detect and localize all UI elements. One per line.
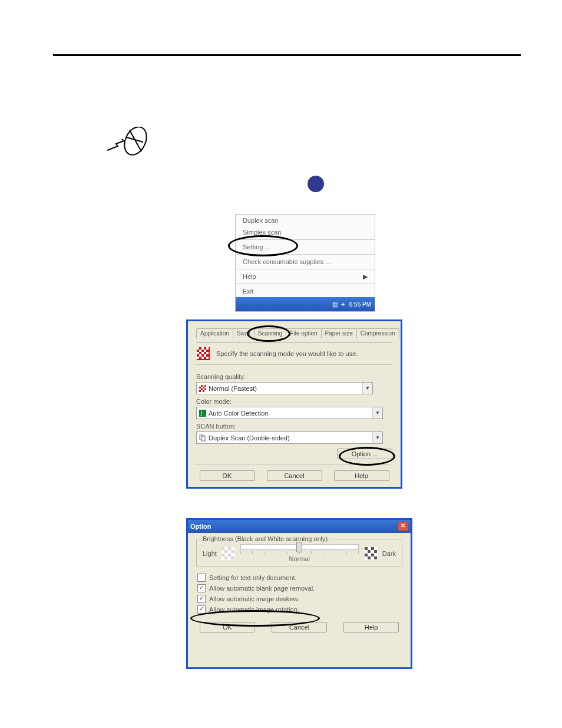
scan-button-select[interactable]: Duplex Scan (Double-sided) ▼ — [196, 431, 383, 444]
menu-duplex-scan[interactable]: Duplex scan — [236, 215, 375, 226]
close-icon[interactable]: ✕ — [398, 522, 408, 531]
scanning-settings-dialog: Application Save Scanning File option Pa… — [186, 319, 402, 489]
svg-rect-32 — [228, 547, 231, 550]
svg-rect-9 — [197, 352, 199, 354]
help-button[interactable]: Help — [334, 470, 389, 481]
option-ok-button[interactable]: OK — [200, 622, 255, 633]
svg-rect-31 — [222, 547, 224, 550]
color-mode-label: Color mode: — [196, 398, 392, 405]
tab-file-option[interactable]: File option — [286, 328, 321, 338]
svg-rect-25 — [204, 390, 206, 392]
check-text-only[interactable]: Setting for text only document. — [196, 572, 402, 583]
scan-button-label: SCAN button: — [196, 423, 392, 430]
svg-rect-44 — [365, 554, 368, 556]
check-rotation[interactable]: ✓Allow automatic image rotation. — [196, 604, 402, 615]
svg-rect-13 — [204, 354, 206, 357]
svg-rect-23 — [203, 388, 204, 390]
color-mode-value: Auto Color Detection — [209, 410, 269, 417]
menu-help-label: Help — [243, 273, 256, 280]
menu-exit[interactable]: Exit — [236, 285, 375, 297]
check-blank-removal-label: Allow automatic blank page removal. — [209, 585, 315, 592]
svg-rect-19 — [203, 385, 204, 387]
ok-button[interactable]: OK — [200, 470, 255, 481]
light-swatch-icon — [222, 547, 234, 560]
svg-rect-12 — [199, 354, 201, 357]
svg-rect-36 — [228, 554, 231, 556]
svg-rect-35 — [222, 554, 224, 556]
svg-rect-29 — [201, 436, 205, 441]
svg-rect-37 — [224, 556, 227, 559]
brightness-group-title: Brightness (Black and White scanning onl… — [200, 535, 330, 542]
check-deskew-label: Allow automatic image deskew. — [209, 595, 299, 602]
cancel-button[interactable]: Cancel — [267, 470, 322, 481]
svg-text:I: I — [200, 410, 203, 417]
scanning-quality-value: Normal (Fastest) — [209, 385, 257, 392]
svg-point-0 — [120, 127, 151, 159]
svg-rect-10 — [201, 352, 204, 354]
svg-rect-34 — [231, 550, 234, 553]
duplex-icon — [199, 434, 206, 442]
svg-rect-45 — [371, 554, 374, 556]
svg-rect-40 — [365, 547, 368, 550]
menu-separator — [236, 269, 375, 269]
scan-button-value: Duplex Scan (Double-sided) — [209, 434, 290, 442]
svg-rect-8 — [204, 350, 206, 352]
svg-rect-46 — [368, 556, 371, 559]
tab-save[interactable]: Save — [233, 328, 254, 338]
submenu-arrow-icon: ▶ — [363, 273, 368, 281]
option-cancel-button[interactable]: Cancel — [272, 622, 327, 633]
menu-help[interactable]: Help ▶ — [236, 271, 375, 282]
dropdown-arrow-icon: ▼ — [372, 407, 382, 419]
check-rotation-label: Allow automatic image rotation. — [209, 606, 299, 613]
menu-check-consumables[interactable]: Check consumable supplies ... — [236, 256, 375, 268]
tabs-row: Application Save Scanning File option Pa… — [196, 328, 392, 338]
scanning-specify-label: Specify the scanning mode you would like… — [216, 350, 358, 357]
check-deskew[interactable]: ✓Allow automatic image deskew. — [196, 594, 402, 604]
svg-rect-33 — [224, 550, 227, 553]
menu-separator — [236, 254, 375, 255]
page-top-rule — [53, 54, 521, 56]
svg-rect-22 — [199, 388, 201, 390]
checkbox-icon: ✓ — [197, 605, 206, 614]
scanning-quality-select[interactable]: Normal (Fastest) ▼ — [196, 382, 373, 394]
brightness-slider[interactable]: Normal — [239, 544, 360, 562]
tab-compression[interactable]: Compression — [356, 328, 399, 338]
option-titlebar: Option ✕ — [188, 520, 411, 533]
dropdown-arrow-icon: ▼ — [362, 383, 372, 394]
brightness-dark-label: Dark — [382, 550, 396, 557]
brightness-slider-thumb[interactable] — [296, 542, 302, 552]
svg-rect-4 — [197, 347, 199, 350]
brightness-light-label: Light — [203, 550, 217, 557]
taskbar: ▧ ✦ 6:55 PM — [236, 297, 375, 311]
scanning-quality-label: Scanning quality: — [196, 373, 392, 380]
taskbar-clock: 6:55 PM — [349, 301, 371, 308]
scan-mode-icon — [196, 347, 210, 361]
svg-rect-7 — [199, 350, 201, 352]
menu-simplex-scan[interactable]: Simplex scan — [236, 226, 375, 238]
menu-separator — [236, 284, 375, 284]
bullet-dot — [308, 176, 324, 192]
svg-rect-5 — [201, 347, 204, 350]
check-blank-removal[interactable]: ✓Allow automatic blank page removal. — [196, 583, 402, 594]
tab-application[interactable]: Application — [196, 328, 233, 338]
svg-rect-6 — [206, 347, 209, 350]
tray-context-menu: Duplex scan Simplex scan Setting ... Che… — [235, 214, 375, 312]
svg-rect-15 — [201, 357, 204, 359]
tab-scanning[interactable]: Scanning — [254, 328, 287, 338]
svg-rect-20 — [201, 387, 203, 388]
option-title: Option — [190, 523, 211, 530]
menu-setting[interactable]: Setting ... — [236, 241, 375, 253]
check-text-only-label: Setting for text only document. — [209, 574, 297, 581]
option-help-button[interactable]: Help — [343, 622, 399, 633]
svg-rect-41 — [371, 547, 374, 550]
option-button[interactable]: Option ... — [337, 449, 392, 459]
brightness-center-label: Normal — [239, 555, 360, 562]
checkbox-icon: ✓ — [197, 595, 206, 603]
color-mode-select[interactable]: I Auto Color Detection ▼ — [196, 407, 383, 419]
option-dialog: Option ✕ Brightness (Black and White sca… — [186, 518, 412, 669]
dark-swatch-icon — [365, 547, 378, 560]
svg-rect-47 — [374, 556, 377, 559]
svg-rect-16 — [206, 357, 209, 359]
tab-paper-size[interactable]: Paper size — [321, 328, 357, 338]
tray-icons: ▧ ✦ — [332, 301, 346, 308]
